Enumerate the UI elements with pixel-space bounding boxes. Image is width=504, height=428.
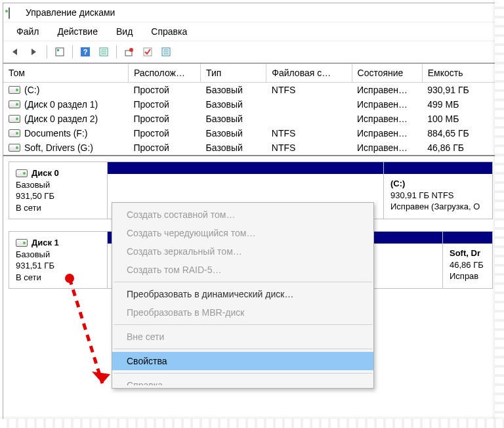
- disk-head[interactable]: Диск 0Базовый931,50 ГБВ сети: [9, 162, 108, 219]
- disk-size: 931,50 ГБ: [16, 190, 100, 202]
- volume-icon: [9, 115, 20, 123]
- list-button[interactable]: [158, 44, 175, 60]
- volume-fs: [266, 112, 352, 126]
- volume-capacity: 499 МБ: [422, 97, 497, 112]
- volume-type: Базовый: [201, 140, 266, 155]
- volume-type: Базовый: [201, 97, 266, 112]
- context-menu-item: Создать зеркальный том…: [112, 242, 373, 261]
- toolbar: ?: [3, 41, 498, 63]
- col-status[interactable]: Состояние: [352, 64, 422, 83]
- col-fs[interactable]: Файловая с…: [266, 64, 352, 83]
- context-menu-item: Вне сети: [112, 328, 373, 346]
- partition-size: 930,91 ГБ NTFS: [390, 190, 486, 202]
- volume-capacity: 884,65 ГБ: [422, 126, 497, 140]
- svg-point-6: [129, 48, 133, 52]
- partition-bar: [443, 232, 492, 244]
- settings-button[interactable]: [121, 44, 138, 60]
- volume-fs: NTFS: [266, 83, 352, 98]
- volume-capacity: 930,91 ГБ: [422, 83, 497, 98]
- volume-type: Базовый: [201, 83, 266, 98]
- volume-name: (Диск 0 раздел 2): [24, 114, 98, 124]
- partition-name: (C:): [390, 178, 486, 190]
- col-layout[interactable]: Располож…: [128, 64, 200, 83]
- partition-status: Исправен (Загрузка, О: [390, 201, 486, 213]
- context-menu: Создать составной том…Создать чередующий…: [112, 202, 374, 389]
- torn-edge: [495, 0, 504, 428]
- context-menu-item: Создать чередующийся том…: [112, 224, 373, 242]
- col-volume[interactable]: Том: [3, 64, 128, 83]
- volume-icon: [9, 86, 20, 94]
- titlebar: Управление дисками: [3, 3, 498, 22]
- table-header-row: Том Располож… Тип Файловая с… Состояние …: [3, 64, 498, 83]
- volume-layout: Простой: [128, 140, 200, 155]
- torn-edge: [0, 419, 504, 428]
- context-menu-item[interactable]: Свойства: [112, 352, 373, 370]
- disk-head[interactable]: Диск 1Базовый931,51 ГБВ сети: [9, 232, 108, 288]
- menubar: Файл Действие Вид Справка: [3, 22, 498, 41]
- help-button[interactable]: ?: [77, 44, 94, 60]
- volume-layout: Простой: [128, 83, 200, 98]
- volume-layout: Простой: [128, 112, 200, 126]
- volume-status: Исправен…: [352, 83, 422, 98]
- partition[interactable]: Soft, Dr46,86 ГБИсправ: [442, 232, 492, 288]
- disk-icon: [16, 169, 28, 177]
- context-menu-item: Создать том RAID-5…: [112, 261, 373, 279]
- partition-bar: [108, 162, 383, 174]
- volume-capacity: 46,86 ГБ: [422, 140, 497, 155]
- volume-icon: [9, 144, 20, 152]
- app-icon: [9, 8, 20, 17]
- window-title: Управление дисками: [26, 7, 115, 18]
- context-menu-item[interactable]: Преобразовать в динамический диск…: [112, 285, 373, 303]
- menu-help[interactable]: Справка: [142, 24, 196, 39]
- volume-fs: NTFS: [266, 126, 352, 140]
- table-row[interactable]: (C:)ПростойБазовыйNTFSИсправен…930,91 ГБ: [3, 83, 498, 98]
- partition-status: Исправ: [450, 270, 486, 282]
- context-menu-separator: [114, 282, 372, 282]
- volume-status: Исправен…: [352, 97, 422, 112]
- menu-action[interactable]: Действие: [48, 24, 107, 39]
- view-button[interactable]: [95, 44, 112, 60]
- refresh-button[interactable]: [51, 44, 68, 60]
- volume-layout: Простой: [128, 126, 200, 140]
- col-capacity[interactable]: Емкость: [422, 64, 497, 83]
- context-menu-item: Создать составной том…: [112, 205, 373, 224]
- volume-fs: [266, 97, 352, 112]
- volume-icon: [9, 129, 20, 137]
- volume-status: Исправен…: [352, 126, 422, 140]
- disk-status: В сети: [16, 272, 100, 284]
- context-menu-separator: [114, 373, 372, 374]
- table-row[interactable]: Soft, Drivers (G:)ПростойБазовыйNTFSИспр…: [3, 140, 498, 155]
- volume-status: Исправен…: [352, 112, 422, 126]
- context-menu-separator: [114, 324, 372, 325]
- menu-view[interactable]: Вид: [107, 24, 142, 39]
- partition-body: [108, 174, 383, 182]
- volume-table: Том Располож… Тип Файловая с… Состояние …: [3, 63, 498, 155]
- volume-name: Soft, Drivers (G:): [24, 142, 93, 153]
- back-button[interactable]: [7, 44, 24, 60]
- check-button[interactable]: [139, 44, 156, 60]
- volume-status: Исправен…: [352, 140, 422, 155]
- menu-file[interactable]: Файл: [7, 24, 48, 39]
- disk-type: Базовый: [16, 249, 100, 261]
- svg-rect-0: [56, 48, 64, 56]
- volume-layout: Простой: [128, 97, 200, 112]
- disk-label: Диск 0: [32, 167, 59, 179]
- table-row[interactable]: Documents (F:)ПростойБазовыйNTFSИсправен…: [3, 126, 498, 140]
- toolbar-separator: [72, 45, 73, 58]
- col-type[interactable]: Тип: [201, 64, 266, 83]
- table-row[interactable]: (Диск 0 раздел 1)ПростойБазовыйИсправен……: [3, 97, 498, 112]
- volume-icon: [9, 100, 20, 108]
- partition[interactable]: (C:)930,91 ГБ NTFSИсправен (Загрузка, О: [383, 162, 492, 219]
- disk-size: 931,51 ГБ: [16, 260, 100, 272]
- context-menu-item[interactable]: Справка: [112, 376, 373, 385]
- forward-button[interactable]: [26, 44, 43, 60]
- volume-type: Базовый: [201, 112, 266, 126]
- volume-type: Базовый: [201, 126, 266, 140]
- volume-capacity: 100 МБ: [422, 112, 497, 126]
- partition-size: 46,86 ГБ: [450, 259, 486, 271]
- svg-rect-1: [57, 49, 59, 51]
- disk-icon: [16, 239, 28, 247]
- table-row[interactable]: (Диск 0 раздел 2)ПростойБазовыйИсправен……: [3, 112, 498, 126]
- partition-bar: [384, 162, 492, 174]
- volume-name: (C:): [24, 85, 39, 95]
